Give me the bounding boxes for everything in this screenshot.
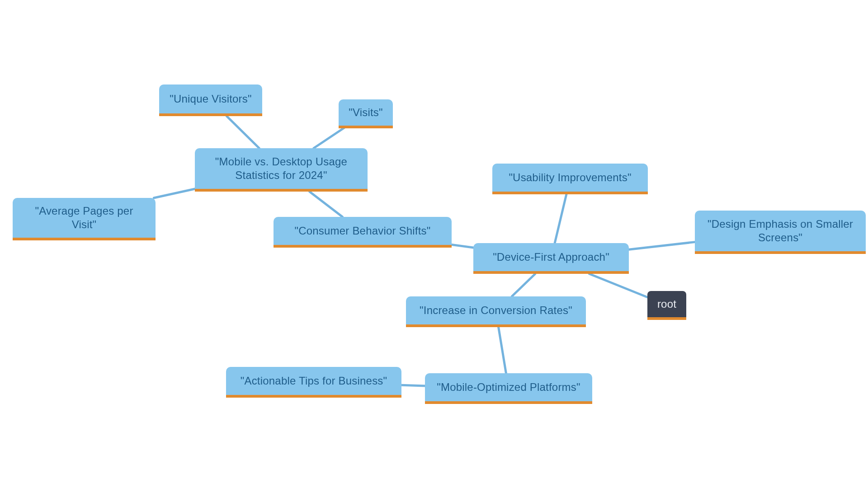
edge — [452, 244, 473, 248]
node-visits[interactable]: "Visits" — [339, 99, 393, 128]
node-actionable-tips[interactable]: "Actionable Tips for Business" — [226, 367, 401, 398]
node-mobile-optimized[interactable]: "Mobile-Optimized Platforms" — [425, 373, 592, 404]
edge — [226, 116, 259, 148]
node-design-emphasis[interactable]: "Design Emphasis on Smaller Screens" — [695, 211, 866, 254]
edge — [154, 189, 195, 198]
diagram-canvas: "Unique Visitors" "Visits" "Mobile vs. D… — [0, 0, 868, 488]
node-device-first[interactable]: "Device-First Approach" — [473, 243, 629, 274]
edge — [590, 274, 647, 297]
node-avg-pages[interactable]: "Average Pages per Visit" — [13, 198, 156, 240]
edge — [512, 274, 535, 296]
node-unique-visitors[interactable]: "Unique Visitors" — [159, 84, 262, 116]
node-usability[interactable]: "Usability Improvements" — [492, 164, 648, 194]
edge — [310, 192, 343, 217]
node-mobile-desktop[interactable]: "Mobile vs. Desktop Usage Statistics for… — [195, 148, 368, 192]
node-conversion[interactable]: "Increase in Conversion Rates" — [406, 296, 586, 327]
node-root[interactable]: root — [647, 291, 686, 320]
edge — [555, 194, 566, 243]
edge — [499, 327, 506, 373]
edge — [314, 127, 345, 148]
edge — [629, 242, 695, 250]
node-consumer-behavior[interactable]: "Consumer Behavior Shifts" — [274, 217, 452, 248]
edge — [401, 385, 425, 386]
